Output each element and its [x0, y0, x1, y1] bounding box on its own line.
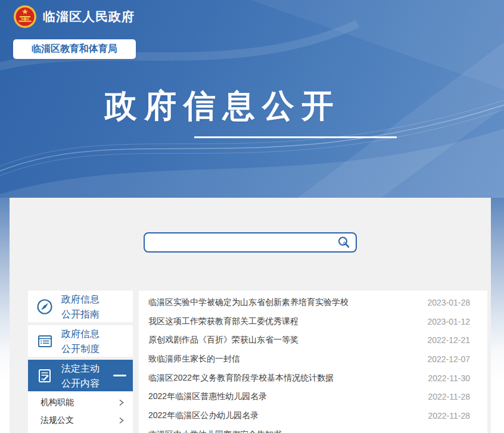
search-icon [337, 235, 351, 250]
subitem-label: 法规公文 [41, 415, 74, 426]
news-row[interactable]: 临淄区2022年义务教育阶段学校基本情况统计数据 2022-11-30 [139, 369, 487, 388]
news-title-link[interactable]: 临淄区中小学幼儿园寒假安全告知书 [148, 429, 282, 433]
news-list: 临淄区实验中学被确定为山东省创新素养培育实验学校 2023-01-28 我区这项… [139, 291, 487, 433]
news-row[interactable]: 临淄区中小学幼儿园寒假安全告知书 [139, 425, 487, 433]
news-date: 2022-12-21 [427, 335, 470, 345]
banner-title: 政府信息公开 [105, 85, 341, 128]
clipboard-pen-icon [36, 367, 54, 385]
sidebar-item-guide[interactable]: 政府信息 公开指南 [28, 291, 133, 322]
news-row[interactable]: 2022年临淄区公办幼儿园名录 2022-11-28 [139, 406, 487, 425]
gov-name: 临淄区人民政府 [43, 8, 135, 25]
news-date: 2022-11-30 [428, 373, 470, 383]
minus-icon [113, 375, 126, 376]
document-list-icon [36, 332, 54, 350]
sidebar-subitem-regulations[interactable]: 法规公文 [28, 412, 133, 429]
news-date: 2022-12-07 [427, 354, 470, 364]
banner-title-underline [194, 136, 397, 138]
news-title-link[interactable]: 2022年临淄区公办幼儿园名录 [148, 410, 259, 421]
sidebar-item-label: 政府信息 公开指南 [61, 292, 99, 322]
search-box [144, 232, 357, 253]
sidebar-item-label: 政府信息 公开制度 [61, 326, 99, 356]
compass-icon [36, 298, 54, 316]
sidebar-item-system[interactable]: 政府信息 公开制度 [28, 325, 133, 357]
news-title-link[interactable]: 临淄区实验中学被确定为山东省创新素养培育实验学校 [148, 297, 349, 308]
news-date: 2022-11-28 [428, 411, 470, 420]
news-title-link[interactable]: 原创戏剧作品《百折》荣获山东省一等奖 [148, 335, 298, 345]
sidebar-item-statutory-content[interactable]: 法定主动 公开内容 [28, 360, 133, 391]
sidebar-item-label: 法定主动 公开内容 [61, 361, 99, 391]
content-panel: 政府信息 公开指南 政府信息 公开制度 [10, 198, 491, 433]
chevron-right-icon [118, 416, 125, 425]
news-row[interactable]: 致临淄师生家长的一封信 2022-12-07 [139, 350, 487, 369]
dept-badge-button[interactable]: 临淄区教育和体育局 [13, 39, 136, 59]
page: 临淄区人民政府 临淄区教育和体育局 政府信息公开 [0, 0, 504, 433]
national-emblem-icon [13, 5, 37, 29]
news-row[interactable]: 我区这项工作荣获教育部关工委优秀课程 2023-01-12 [139, 312, 487, 331]
sidebar-submenu: 机构职能 法规公文 [28, 391, 133, 433]
news-title-link[interactable]: 2022年临淄区普惠性幼儿园名录 [148, 391, 267, 402]
search-button[interactable] [332, 233, 356, 251]
news-title-link[interactable]: 我区这项工作荣获教育部关工委优秀课程 [148, 316, 298, 327]
sidebar-subitem-org-functions[interactable]: 机构职能 [28, 394, 133, 412]
subitem-label: 机构职能 [41, 397, 74, 408]
gov-header[interactable]: 临淄区人民政府 [13, 5, 135, 29]
news-title-link[interactable]: 临淄区2022年义务教育阶段学校基本情况统计数据 [148, 373, 334, 384]
chevron-right-icon [118, 398, 125, 407]
news-date: 2022-11-28 [428, 392, 470, 401]
search-input[interactable] [145, 235, 332, 250]
banner: 临淄区人民政府 临淄区教育和体育局 政府信息公开 [0, 0, 504, 198]
news-title-link[interactable]: 致临淄师生家长的一封信 [148, 354, 240, 365]
news-date: 2023-01-28 [427, 298, 470, 307]
news-row[interactable]: 2022年临淄区普惠性幼儿园名录 2022-11-28 [139, 387, 487, 406]
news-date: 2023-01-12 [427, 317, 470, 326]
news-row[interactable]: 临淄区实验中学被确定为山东省创新素养培育实验学校 2023-01-28 [139, 293, 487, 312]
news-row[interactable]: 原创戏剧作品《百折》荣获山东省一等奖 2022-12-21 [139, 331, 487, 350]
sidebar: 政府信息 公开指南 政府信息 公开制度 [28, 291, 133, 433]
